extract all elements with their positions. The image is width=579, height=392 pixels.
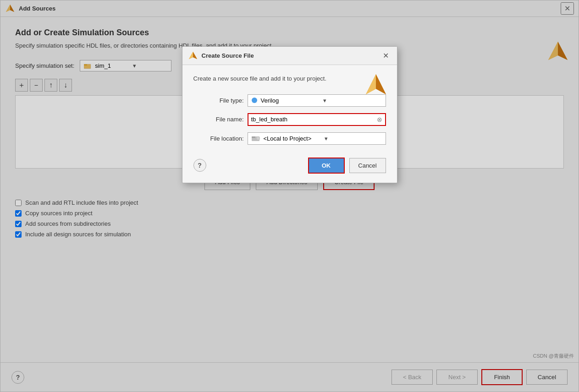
- main-window: Add Sources ✕ Add or Create Simulation S…: [0, 0, 579, 392]
- svg-rect-16: [252, 136, 255, 138]
- dialog-logo: [364, 72, 388, 98]
- dialog-logo-icon: [364, 72, 388, 96]
- ok-button[interactable]: OK: [308, 158, 345, 174]
- file-location-label: File location:: [193, 135, 244, 142]
- file-name-input-wrap: ⊗: [248, 113, 386, 126]
- dialog-cancel-button[interactable]: Cancel: [349, 158, 386, 173]
- verilog-dot-icon: [252, 98, 257, 103]
- dialog-description: Create a new source file and add it to y…: [193, 74, 340, 83]
- svg-marker-10: [193, 52, 197, 59]
- dialog-title-bar: Create Source File ✕: [182, 47, 397, 65]
- file-name-input[interactable]: [251, 116, 375, 123]
- svg-marker-14: [366, 74, 376, 94]
- dialog-title: Create Source File: [202, 52, 254, 59]
- svg-point-17: [256, 136, 260, 140]
- file-name-control: ⊗: [248, 113, 386, 126]
- file-name-label: File name:: [193, 116, 244, 123]
- file-type-label: File type:: [193, 97, 244, 104]
- file-name-row: File name: ⊗: [193, 113, 386, 126]
- dialog-title-left: Create Source File: [188, 51, 254, 61]
- svg-marker-13: [376, 74, 386, 94]
- dialog-help-button[interactable]: ?: [193, 159, 206, 172]
- svg-marker-11: [189, 52, 193, 59]
- dialog-overlay: Create Source File ✕ Create a new source…: [0, 0, 579, 392]
- create-source-dialog: Create Source File ✕ Create a new source…: [182, 46, 397, 183]
- location-dropdown-arrow-icon: ▾: [325, 135, 382, 142]
- file-type-value: Verilog: [261, 97, 320, 104]
- dialog-body: Create a new source file and add it to y…: [182, 65, 397, 183]
- clear-filename-button[interactable]: ⊗: [377, 116, 382, 123]
- file-location-value: <Local to Project>: [264, 135, 321, 142]
- file-type-row: File type: Verilog ▾: [193, 94, 386, 107]
- file-location-dropdown[interactable]: <Local to Project> ▾: [248, 132, 386, 145]
- type-dropdown-arrow-icon: ▾: [323, 97, 382, 104]
- dialog-buttons: ? OK Cancel: [193, 154, 386, 174]
- location-folder-icon: [252, 135, 260, 142]
- dialog-close-button[interactable]: ✕: [380, 50, 392, 61]
- file-location-control: <Local to Project> ▾: [248, 132, 386, 145]
- file-location-row: File location: <Local to Project> ▾: [193, 132, 386, 145]
- dialog-vivado-icon: [188, 51, 198, 61]
